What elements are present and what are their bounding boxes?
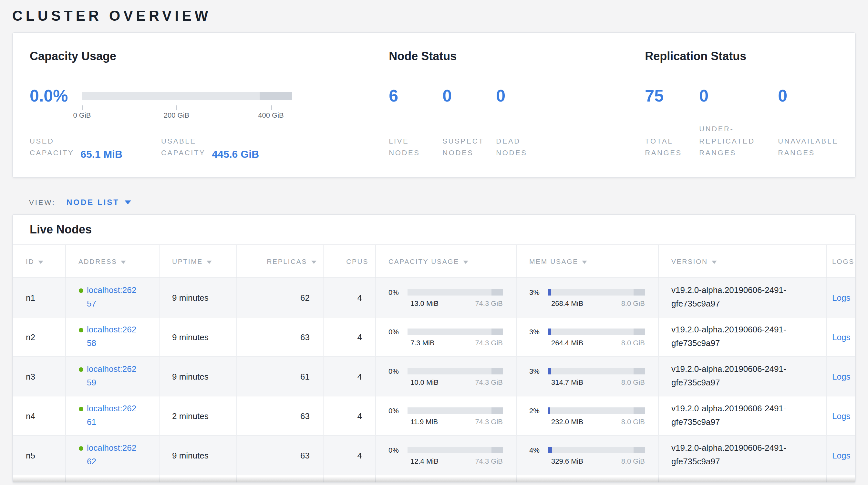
capacity-used-value: 11.9 MiB: [410, 418, 438, 425]
node-address-cell: localhost:26257: [65, 278, 159, 317]
logs-link[interactable]: Logs: [832, 411, 850, 421]
node-uptime-cell: 9 minutes: [159, 278, 237, 317]
node-logs-cell: Logs: [826, 356, 856, 396]
page-content: CLUSTER OVERVIEW Capacity Usage 0.0% 0 G…: [0, 0, 868, 483]
table-row: n4 localhost:26261 2 minutes 63 4 0% 11.…: [13, 396, 856, 435]
column-header[interactable]: CPUS: [323, 245, 375, 278]
column-header[interactable]: VERSION: [658, 245, 826, 278]
node-address-cell: localhost:26262: [65, 435, 159, 475]
node-uptime-cell: 9 minutes: [159, 356, 237, 396]
node-status-section: Node Status 6 LIVENODES 0 SUSPECTNODES 0…: [389, 50, 645, 159]
capacity-stat-value: 445.6 GiB: [212, 149, 259, 160]
column-header[interactable]: MEM USAGE: [516, 245, 658, 278]
column-header[interactable]: CAPACITY USAGE: [375, 245, 516, 278]
capacity-stat-value: 65.1 MiB: [81, 149, 122, 160]
column-header-label: REPLICAS: [267, 257, 307, 265]
bar-reserved-segment: [492, 407, 503, 413]
memory-total-value: 8.0 GiB: [621, 378, 645, 386]
memory-used-value: 232.0 MiB: [551, 418, 583, 425]
summary-stat-value: 6: [389, 86, 442, 106]
summary-stat: 75 TOTALRANGES: [645, 86, 699, 159]
page-title: CLUSTER OVERVIEW: [12, 8, 856, 25]
node-address-cell: localhost:26258: [65, 317, 159, 356]
mem-usage-cell: 2% 232.0 MiB 8.0 GiB: [516, 396, 658, 435]
node-logs-cell: Logs: [826, 278, 856, 317]
cluster-overview-page: CLUSTER OVERVIEW Capacity Usage 0.0% 0 G…: [0, 0, 868, 485]
node-address-link[interactable]: localhost:26257: [87, 284, 138, 311]
memory-usage-bar: [548, 447, 645, 453]
column-header-label: ID: [26, 257, 34, 265]
capacity-usage-cell: 0% 10.0 MiB 74.3 GiB: [375, 356, 516, 396]
column-header-label: UPTIME: [172, 257, 203, 265]
capacity-percent: 0%: [389, 406, 407, 414]
capacity-stat-label: USEDCAPACITY: [30, 135, 74, 159]
capacity-usage-bar: [407, 407, 503, 413]
column-header[interactable]: UPTIME: [159, 245, 237, 278]
memory-usage-bar: [548, 368, 645, 374]
node-cpus-cell: 4: [323, 356, 375, 396]
replication-status-title: Replication Status: [645, 50, 838, 64]
mem-usage-cell: 3% 264.4 MiB 8.0 GiB: [516, 317, 658, 356]
logs-link[interactable]: Logs: [832, 372, 850, 381]
bar-fill-segment: [548, 368, 551, 374]
summary-stat-value: 0: [442, 86, 496, 106]
bar-reserved-segment: [633, 407, 645, 413]
mem-usage-cell: 3% 268.4 MiB 8.0 GiB: [516, 278, 658, 317]
bar-reserved-segment: [633, 289, 645, 295]
capacity-usage-cell: 0% 11.9 MiB 74.3 GiB: [375, 396, 516, 435]
node-version-cell: v19.2.0-alpha.20190606-2491-gfe735c9a97: [658, 435, 826, 475]
node-address-link[interactable]: localhost:26259: [87, 363, 138, 390]
memory-used-value: 268.4 MiB: [551, 299, 583, 307]
logs-link[interactable]: Logs: [832, 293, 850, 302]
node-cpus-cell: 4: [323, 278, 375, 317]
node-replicas-cell: 61: [237, 356, 323, 396]
node-address-link[interactable]: localhost:26261: [87, 402, 138, 429]
memory-usage-bar: [548, 328, 645, 335]
capacity-usage-bar: [407, 368, 503, 374]
logs-link[interactable]: Logs: [832, 332, 850, 342]
node-logs-cell: Logs: [826, 317, 856, 356]
sort-caret-icon: [712, 261, 717, 264]
logs-link[interactable]: Logs: [832, 450, 850, 460]
node-id-cell: n4: [13, 396, 65, 435]
bar-reserved-segment: [492, 447, 503, 453]
summary-stat-value: 0: [496, 86, 550, 106]
node-address-link[interactable]: localhost:26262: [87, 442, 138, 468]
capacity-used-value: 13.0 MiB: [410, 299, 438, 307]
summary-stat: 6 LIVENODES: [389, 86, 442, 159]
capacity-used-value: 12.4 MiB: [410, 457, 438, 465]
node-address-link[interactable]: localhost:26258: [87, 323, 138, 350]
live-nodes-card: Live Nodes IDADDRESSUPTIMEREPLICASCPUSCA…: [12, 214, 856, 483]
capacity-stats: USEDCAPACITY 65.1 MiB USABLECAPACITY 445…: [30, 135, 389, 159]
column-header[interactable]: LOGS: [826, 245, 856, 278]
capacity-usage-chart: 0.0% 0 GiB 200 GiB 400 GiB: [30, 86, 389, 106]
memory-usage-bar: [548, 289, 645, 295]
summary-stat: 0 SUSPECTNODES: [442, 86, 496, 159]
table-row: n1 localhost:26257 9 minutes 62 4 0% 13.…: [13, 278, 856, 317]
node-version-cell: v19.2.0-alpha.20190606-2491-gfe735c9a97: [658, 396, 826, 435]
capacity-total-value: 74.3 GiB: [475, 339, 503, 346]
capacity-bar-reserved-segment: [259, 92, 292, 100]
table-header-row: IDADDRESSUPTIMEREPLICASCPUSCAPACITY USAG…: [13, 245, 856, 278]
axis-tick: [271, 106, 272, 110]
column-header[interactable]: ADDRESS: [65, 245, 159, 278]
capacity-total-value: 74.3 GiB: [475, 378, 503, 386]
view-selector-dropdown[interactable]: NODE LIST: [66, 198, 131, 207]
summary-stat: 0 UNDER-REPLICATEDRANGES: [699, 86, 778, 159]
table-row: n3 localhost:26259 9 minutes 61 4 0% 10.…: [13, 356, 856, 396]
bar-reserved-segment: [633, 328, 645, 335]
memory-percent: 4%: [529, 446, 548, 454]
mem-usage-cell: 4% 329.6 MiB 8.0 GiB: [516, 435, 658, 475]
axis-tick: [177, 106, 177, 110]
summary-stat: 0 UNAVAILABLERANGES: [778, 86, 838, 159]
node-uptime-cell: 9 minutes: [159, 317, 237, 356]
bar-reserved-segment: [633, 447, 645, 453]
column-header[interactable]: ID: [13, 245, 65, 278]
capacity-usage-bar: [407, 289, 503, 295]
column-header[interactable]: REPLICAS: [237, 245, 323, 278]
sort-caret-icon: [463, 261, 468, 264]
axis-tick: [82, 106, 83, 110]
node-address-cell: localhost:26261: [65, 396, 159, 435]
axis-tick-label: 400 GiB: [258, 111, 284, 119]
axis-tick-label: 0 GiB: [73, 111, 91, 119]
